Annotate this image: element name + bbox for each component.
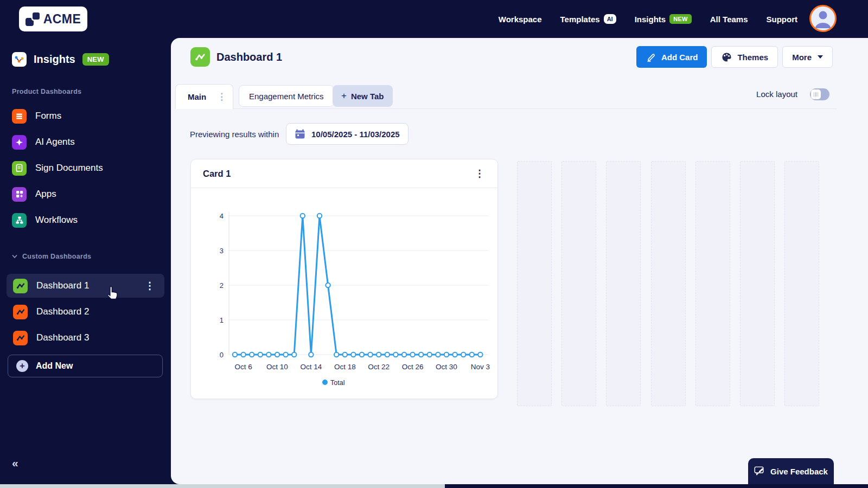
app-root: ACME Workspace Templates AI Insights NEW…: [0, 0, 868, 488]
sidebar-app-insights[interactable]: Insights NEW: [12, 52, 109, 67]
sidebar-collapse-button[interactable]: «: [12, 457, 18, 470]
svg-text:2: 2: [220, 281, 224, 290]
svg-text:Oct 10: Oct 10: [266, 363, 288, 371]
sidebar-app-label: Insights: [34, 53, 75, 66]
sidebar-item-workflows[interactable]: Workflows: [12, 213, 78, 228]
grid-placeholder-column: [561, 161, 596, 406]
preview-range-label: Previewing results within: [190, 123, 279, 145]
ai-badge: AI: [604, 14, 616, 24]
grid-placeholder-column: [695, 161, 730, 406]
plus-icon: +: [341, 91, 347, 101]
toggle-knob: [811, 89, 821, 99]
svg-text:0: 0: [220, 351, 224, 359]
add-card-button[interactable]: Add Card: [636, 46, 707, 68]
card-title: Card 1: [203, 169, 231, 179]
forms-icon: [12, 109, 27, 124]
topbar: ACME Workspace Templates AI Insights NEW…: [0, 0, 868, 38]
pen-icon: [646, 52, 656, 62]
header-actions: Add Card Themes More: [636, 46, 833, 68]
sidebar: Insights NEW Product Dashboards Forms AI…: [0, 38, 171, 484]
give-feedback-button[interactable]: Give Feedback: [748, 458, 834, 484]
palette-icon: [721, 52, 732, 63]
svg-text:3: 3: [220, 247, 224, 255]
grid-placeholder-column: [651, 161, 686, 406]
date-range-picker[interactable]: 10/05/2025 - 11/03/2025: [286, 123, 409, 145]
sidebar-new-badge: NEW: [82, 53, 109, 66]
tab-main-kebab-menu[interactable]: ⋮: [217, 91, 226, 102]
grid-placeholder-column: [740, 161, 775, 406]
add-new-dashboard-button[interactable]: + Add New: [8, 355, 163, 377]
svg-text:Oct 14: Oct 14: [301, 363, 322, 371]
svg-text:Oct 22: Oct 22: [368, 363, 390, 371]
chevron-down-icon: [818, 55, 823, 59]
card-1-kebab-menu[interactable]: ⋮: [471, 166, 488, 181]
svg-text:Oct 6: Oct 6: [234, 363, 252, 371]
grid-placeholder-column: [784, 161, 819, 406]
horizontal-scrollbar-thumb[interactable]: [0, 484, 445, 488]
sidebar-item-sign-documents[interactable]: Sign Documents: [12, 160, 103, 176]
top-navigation: Workspace Templates AI Insights NEW All …: [499, 0, 797, 38]
card-1-header: Card 1 ⋮: [191, 159, 497, 188]
nav-insights[interactable]: Insights NEW: [635, 14, 692, 24]
acme-logo[interactable]: ACME: [19, 7, 87, 31]
grid-placeholder-column: [517, 161, 552, 406]
dashboard-chart-icon: [13, 331, 28, 345]
sidebar-item-dashboard-1[interactable]: Dashboard 1 ⋮: [7, 274, 164, 298]
svg-text:Nov 3: Nov 3: [471, 363, 490, 371]
sparkle-icon: [12, 135, 27, 150]
section-custom-dashboards[interactable]: Custom Dashboards: [12, 253, 91, 260]
main-panel: Dashboard 1 Add Card Themes More: [171, 38, 868, 484]
sidebar-item-forms[interactable]: Forms: [12, 108, 61, 124]
svg-text:Oct 26: Oct 26: [402, 363, 424, 371]
feedback-chat-icon: [754, 466, 765, 476]
page-title: Dashboard 1: [216, 51, 282, 63]
dashboard-1-kebab-menu[interactable]: ⋮: [142, 280, 158, 292]
plus-circle-icon: +: [16, 360, 28, 372]
sidebar-item-dashboard-3[interactable]: Dashboard 3: [7, 326, 164, 350]
workflow-icon: [12, 213, 27, 228]
user-avatar[interactable]: [809, 5, 837, 32]
chevron-down-icon: [12, 254, 17, 259]
acme-logo-icon: [25, 12, 40, 26]
nav-workspace[interactable]: Workspace: [499, 15, 542, 24]
themes-button[interactable]: Themes: [711, 46, 778, 68]
sidebar-item-dashboard-2[interactable]: Dashboard 2: [7, 300, 164, 324]
svg-text:1: 1: [220, 316, 224, 324]
person-icon: [811, 7, 835, 30]
calendar-icon: [295, 129, 305, 139]
dashboard-header-icon: [190, 47, 210, 67]
lock-layout-toggle[interactable]: [810, 88, 829, 100]
sidebar-item-ai-agents[interactable]: AI Agents: [12, 134, 75, 150]
acme-logo-text: ACME: [43, 12, 81, 27]
svg-text:4: 4: [220, 212, 224, 220]
lock-layout-label: Lock layout: [756, 89, 797, 99]
dashboard-chart-icon: [13, 279, 28, 293]
horizontal-scrollbar-track: [445, 484, 868, 488]
line-chart: 01234Oct 6Oct 10Oct 14Oct 18Oct 22Oct 26…: [191, 188, 497, 394]
document-pen-icon: [12, 161, 27, 176]
grid-placeholder-column: [606, 161, 641, 406]
nav-all-teams[interactable]: All Teams: [710, 15, 748, 24]
more-button[interactable]: More: [782, 46, 833, 68]
new-badge: NEW: [669, 14, 692, 24]
nav-templates[interactable]: Templates AI: [560, 14, 616, 24]
svg-text:Total: Total: [330, 379, 344, 387]
dashboard-chart-icon: [13, 305, 28, 319]
new-tab-button[interactable]: + New Tab: [333, 85, 393, 107]
tab-engagement-metrics[interactable]: Engagement Metrics: [239, 85, 334, 107]
card-1: Card 1 ⋮ 01234Oct 6Oct 10Oct 14Oct 18Oct…: [190, 159, 498, 399]
insights-chart-icon: [12, 52, 27, 67]
apps-grid-icon: [12, 187, 27, 202]
svg-text:Oct 18: Oct 18: [334, 363, 356, 371]
svg-text:Oct 30: Oct 30: [436, 363, 457, 371]
sidebar-item-apps[interactable]: Apps: [12, 187, 56, 202]
nav-support[interactable]: Support: [767, 15, 798, 24]
section-product-dashboards: Product Dashboards: [12, 88, 81, 95]
tab-strip-divider: [175, 108, 837, 109]
tab-main[interactable]: Main ⋮: [175, 84, 233, 109]
